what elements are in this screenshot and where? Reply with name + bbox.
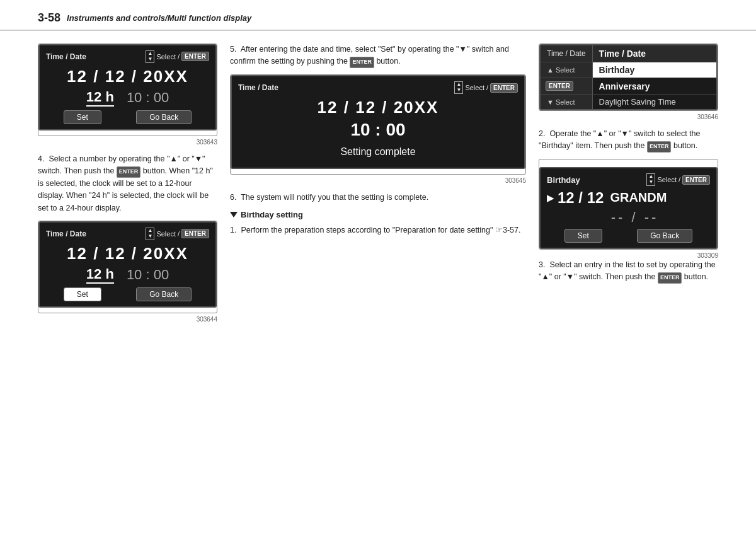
menu-birthday-value: Birthday — [593, 62, 716, 78]
screen2-header: Time / Date ▲▼ Select / ENTER — [238, 81, 518, 94]
menu-enter-label: ENTER — [541, 78, 593, 95]
screen3-title: Time / Date — [46, 229, 86, 238]
select-arrows-bday-icon: ▲▼ — [646, 173, 655, 186]
enter-inline5: ENTER — [350, 57, 374, 68]
page-container: 3-58 Instruments and controls/Multi func… — [0, 0, 756, 544]
enter-inline3r: ENTER — [658, 272, 682, 284]
section-birthday-title: Birthday setting — [241, 210, 303, 219]
screen1-time-left: 12 h — [86, 89, 114, 107]
screen1-buttons: Set Go Back — [46, 110, 209, 124]
screen1-time-right: 10 : 00 — [127, 90, 169, 106]
menu-screen: Time / Date Time / Date ▲ Select Birthda… — [539, 44, 718, 110]
birthday-buttons: Set Go Back — [547, 229, 710, 243]
tri-down-icon — [230, 212, 238, 217]
enter-inline1: ENTER — [117, 166, 141, 178]
screen1-title: Time / Date — [46, 52, 86, 61]
play-icon: ▶ — [547, 193, 554, 203]
section-birthday-heading: Birthday setting — [230, 210, 526, 219]
screen3-time-left: 12 h — [86, 266, 114, 284]
birthday-set-btn[interactable]: Set — [564, 229, 602, 243]
birthday-screen: Birthday ▲▼ Select / ENTER ▶ 12 / 12 GRA… — [539, 167, 718, 249]
select-arrows-icon: ▲▼ — [146, 50, 154, 63]
birthday-main-row: ▶ 12 / 12 GRANDM — [547, 189, 710, 207]
menu-screen-wrapper: Time / Date Time / Date ▲ Select Birthda… — [539, 43, 718, 111]
para5: 5. After entering the date and time, sel… — [230, 43, 526, 68]
enter-btn-bday: ENTER — [682, 175, 710, 185]
screen3-buttons: Set Go Back — [46, 287, 209, 301]
screen3-goback-btn[interactable]: Go Back — [136, 287, 192, 301]
select-arrows3-icon: ▲▼ — [146, 228, 154, 240]
col-left: Time / Date ▲▼ Select / ENTER 12 / 12 / … — [38, 43, 217, 330]
screen2-date: 12 / 12 / 20XX — [238, 98, 518, 117]
screen3-wrapper: Time / Date ▲▼ Select / ENTER 12 / 12 / … — [38, 221, 217, 313]
screen1-goback-btn[interactable]: Go Back — [136, 110, 192, 124]
birthday-select: ▲▼ Select / ENTER — [646, 173, 710, 186]
enter-btn-menu: ENTER — [546, 81, 573, 91]
parab1: 1. Perform the preparation steps accordi… — [230, 224, 526, 236]
content-area: Time / Date ▲▼ Select / ENTER 12 / 12 / … — [0, 31, 756, 343]
step5-label: 5. — [230, 45, 236, 54]
menu-grid: Time / Date Time / Date ▲ Select Birthda… — [541, 45, 716, 109]
screen3-time-row: 12 h 10 : 00 — [46, 266, 209, 284]
page-header: 3-58 Instruments and controls/Multi func… — [0, 0, 756, 31]
screen2-code: 303645 — [230, 177, 526, 184]
birthday-date: 12 / 12 — [558, 189, 604, 207]
menu-code: 303646 — [539, 113, 718, 120]
select-arrows2-icon: ▲▼ — [454, 81, 463, 94]
enter-btn1: ENTER — [181, 52, 209, 61]
screen2-wrapper: Time / Date ▲▼ Select / ENTER 12 / 12 / … — [230, 74, 526, 175]
screen3: Time / Date ▲▼ Select / ENTER 12 / 12 / … — [38, 221, 217, 308]
screen1-set-btn[interactable]: Set — [64, 110, 101, 124]
para3right: 3. Select an entry in the list to set by… — [539, 259, 718, 284]
screen3-code: 303644 — [38, 316, 217, 323]
screen3-date: 12 / 12 / 20XX — [46, 244, 209, 263]
enter-btn3: ENTER — [181, 229, 209, 238]
screen3-time-right: 10 : 00 — [127, 267, 169, 283]
birthday-header: Birthday ▲▼ Select / ENTER — [547, 173, 710, 186]
birthday-code: 303309 — [539, 252, 718, 259]
step6-label: 6. — [230, 193, 236, 202]
step3r-label: 3. — [539, 260, 545, 269]
header-num: 3-58 — [38, 11, 60, 25]
screen2-select: ▲▼ Select / ENTER — [454, 81, 518, 94]
menu-dst-value: Daylight Saving Time — [593, 95, 716, 109]
para4: 4. Select a number by operating the "▲" … — [38, 153, 217, 214]
screen3-set-btn[interactable]: Set — [64, 287, 101, 301]
menu-select-down-label: ▼ Select — [541, 95, 593, 109]
menu-anniversary-value: Anniversary — [593, 78, 716, 95]
menu-header-label: Time / Date — [541, 45, 593, 62]
para6: 6. The system will notify you that the s… — [230, 192, 526, 204]
screen2-time: 10 : 00 — [238, 120, 518, 140]
step2r-label: 2. — [539, 129, 545, 138]
enter-btn2: ENTER — [490, 83, 518, 93]
screen3-select: ▲▼ Select / ENTER — [146, 228, 209, 240]
screen1-date: 12 / 12 / 20XX — [46, 67, 209, 86]
screen1-time-row: 12 h 10 : 00 — [46, 89, 209, 107]
menu-timedate-value: Time / Date — [593, 45, 716, 62]
birthday-title: Birthday — [547, 175, 580, 185]
header-title: Instruments and controls/Multi function … — [67, 13, 251, 23]
birthday-name: GRANDM — [610, 190, 667, 205]
screen3-header: Time / Date ▲▼ Select / ENTER — [46, 228, 209, 240]
screen1-code: 303643 — [38, 139, 217, 146]
menu-select-up-label: ▲ Select — [541, 62, 593, 78]
enter-inline2r: ENTER — [647, 141, 672, 153]
step4-label: 4. — [38, 154, 44, 163]
para2right: 2. Operate the "▲" or "▼" switch to sele… — [539, 128, 718, 153]
col-center: 5. After entering the date and time, sel… — [230, 43, 526, 330]
screen2: Time / Date ▲▼ Select / ENTER 12 / 12 / … — [231, 75, 525, 169]
birthday-screen-wrapper: Birthday ▲▼ Select / ENTER ▶ 12 / 12 GRA… — [539, 159, 718, 250]
screen1: Time / Date ▲▼ Select / ENTER 12 / 12 / … — [38, 44, 217, 130]
screen2-title: Time / Date — [238, 83, 278, 92]
col-right: Time / Date Time / Date ▲ Select Birthda… — [539, 43, 718, 330]
screen1-select: ▲▼ Select / ENTER — [146, 50, 209, 63]
birthday-dash-row: -- / -- — [559, 209, 710, 226]
screen1-header: Time / Date ▲▼ Select / ENTER — [46, 50, 209, 63]
birthday-goback-btn[interactable]: Go Back — [637, 229, 692, 243]
screen2-complete: Setting complete — [238, 142, 518, 163]
step1b-label: 1. — [230, 226, 236, 234]
screen1-wrapper: Time / Date ▲▼ Select / ENTER 12 / 12 / … — [38, 43, 217, 136]
